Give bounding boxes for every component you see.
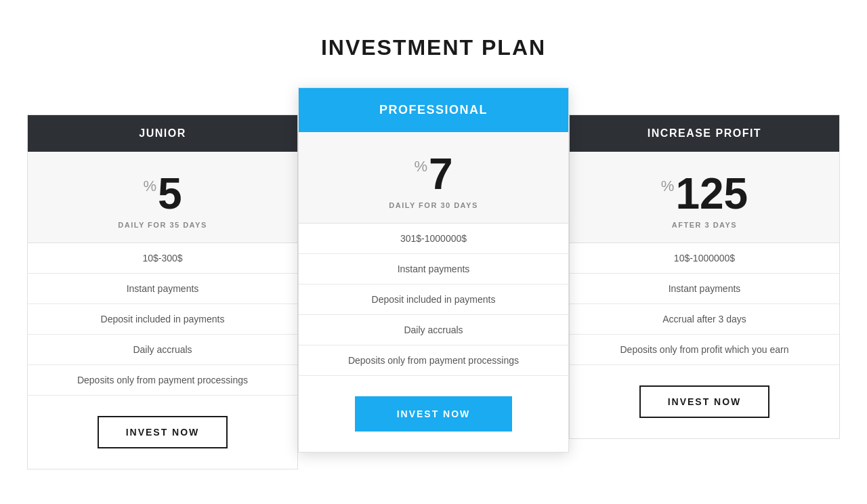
rate-number-increase: % 125 <box>576 172 832 215</box>
plan-header-increase: INCREASE PROFIT <box>570 115 839 152</box>
feature-professional-0: 301$-1000000$ <box>299 224 568 254</box>
plan-features-professional: 301$-1000000$ Instant payments Deposit i… <box>299 224 568 376</box>
feature-professional-3: Daily accruals <box>299 315 568 345</box>
feature-junior-1: Instant payments <box>28 274 297 304</box>
rate-percent-junior: % <box>143 177 156 195</box>
feature-professional-4: Deposits only from payment processings <box>299 345 568 376</box>
invest-button-professional[interactable]: INVEST NOW <box>355 396 513 432</box>
plan-header-junior: JUNIOR <box>28 115 297 152</box>
feature-junior-4: Deposits only from payment processings <box>28 365 297 396</box>
rate-percent-increase: % <box>661 177 675 195</box>
plan-card-professional: PROFESSIONAL % 7 DAILY FOR 30 DAYS 301$-… <box>298 87 569 453</box>
rate-value-professional: 7 <box>429 152 453 196</box>
rate-value-junior: 5 <box>158 172 182 215</box>
plan-header-professional: PROFESSIONAL <box>299 88 568 132</box>
plan-rate-junior: % 5 DAILY FOR 35 DAYS <box>28 152 297 243</box>
plan-rate-professional: % 7 DAILY FOR 30 DAYS <box>299 132 568 224</box>
plan-features-junior: 10$-300$ Instant payments Deposit includ… <box>28 243 297 396</box>
rate-number-junior: % 5 <box>35 172 291 215</box>
feature-increase-3: Deposits only from profit which you earn <box>570 335 839 365</box>
plan-card-increase: INCREASE PROFIT % 125 AFTER 3 DAYS 10$-1… <box>569 114 840 439</box>
feature-junior-2: Deposit included in payments <box>28 304 297 335</box>
rate-percent-professional: % <box>414 158 427 175</box>
plan-card-junior: JUNIOR % 5 DAILY FOR 35 DAYS 10$-300$ In… <box>27 114 298 469</box>
rate-number-professional: % 7 <box>305 152 562 196</box>
plan-action-increase: INVEST NOW <box>570 365 839 438</box>
rate-period-professional: DAILY FOR 30 DAYS <box>305 201 562 209</box>
page-title: INVESTMENT PLAN <box>321 35 546 60</box>
plan-rate-increase: % 125 AFTER 3 DAYS <box>570 152 839 243</box>
rate-period-junior: DAILY FOR 35 DAYS <box>35 221 291 229</box>
invest-button-junior[interactable]: INVEST NOW <box>98 416 228 448</box>
plan-features-increase: 10$-1000000$ Instant payments Accrual af… <box>570 243 839 365</box>
plan-action-junior: INVEST NOW <box>28 396 297 469</box>
invest-button-increase[interactable]: INVEST NOW <box>639 385 770 418</box>
feature-junior-0: 10$-300$ <box>28 243 297 274</box>
feature-increase-2: Accrual after 3 days <box>570 304 839 335</box>
feature-increase-0: 10$-1000000$ <box>570 243 839 274</box>
feature-professional-2: Deposit included in payments <box>299 285 568 315</box>
feature-increase-1: Instant payments <box>570 274 839 304</box>
feature-professional-1: Instant payments <box>299 254 568 285</box>
plan-action-professional: INVEST NOW <box>299 376 568 452</box>
plans-container: JUNIOR % 5 DAILY FOR 35 DAYS 10$-300$ In… <box>27 87 840 469</box>
feature-junior-3: Daily accruals <box>28 335 297 365</box>
rate-period-increase: AFTER 3 DAYS <box>576 221 832 229</box>
rate-value-increase: 125 <box>675 172 748 215</box>
